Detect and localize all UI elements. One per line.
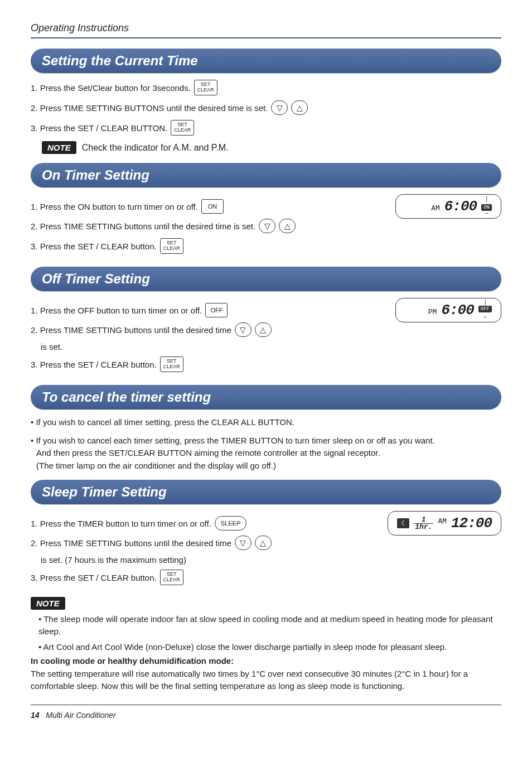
time-up-button[interactable]: △ [291, 100, 308, 115]
ct-step2: 2. Press TIME SETTING BUTTONS until the … [31, 100, 501, 115]
section-current-time: Setting the Current Time [31, 49, 501, 73]
time-down-button[interactable]: ▽ [235, 322, 252, 337]
sleep-step2-text: 2. Press TIME SETTING buttons until the … [31, 538, 231, 548]
sleep-step2: 2. Press TIME SETTING buttons until the … [31, 536, 376, 550]
section-cancel: To cancel the timer setting [31, 385, 501, 409]
note-body: The setting temperature will rise automa… [31, 668, 501, 692]
off-step3: 3. Press the SET / CLEAR button. SET CLE… [31, 356, 384, 372]
ct-note-text: Check the indicator for A.M. and P.M. [82, 143, 229, 153]
display-time: 6:00 [444, 198, 477, 215]
dash-icon: — [483, 315, 487, 320]
cancel-b2-l2: And then press the SET/CLEAR BUTTON aimi… [36, 448, 380, 457]
ct-step3-text: 3. Press the SET / CLEAR BUTTON. [31, 123, 167, 133]
time-up-button[interactable]: △ [279, 219, 296, 233]
note-bullet2: • Art Cool and Art Cool Wide (non-Deluxe… [38, 641, 501, 653]
header-rule [31, 37, 501, 38]
note-badge: NOTE [31, 597, 65, 610]
off-step1: 1. Press the OFF button to turn timer on… [31, 303, 384, 317]
ct-step2-text: 2. Press TIME SETTING BUTTONS until the … [31, 103, 268, 113]
time-down-button[interactable]: ▽ [235, 536, 252, 550]
sleep-step3: 3. Press the SET / CLEAR button. SET CLE… [31, 570, 376, 585]
cancel-b2-l3: (The timer lamp on the air conditioner a… [36, 461, 276, 470]
ct-step3: 3. Press the SET / CLEAR BUTTON. SET CLE… [31, 120, 501, 136]
time-up-button[interactable]: △ [255, 322, 272, 337]
page-header: Operating Instructions [31, 22, 501, 38]
hr-bot: 1hr. [414, 523, 433, 531]
btn-clear-label: CLEAR [163, 577, 180, 583]
section-on-timer: On Timer Setting [31, 163, 501, 187]
sleep-step1-text: 1. Press the TIMER button to turn timer … [31, 519, 211, 528]
hour-fraction: 1 1hr. [414, 517, 433, 530]
page-footer: 14 Multi Air Conditioner [31, 711, 501, 720]
set-clear-button[interactable]: SET CLEAR [160, 570, 183, 585]
on-step2: 2. Press TIME SETTING buttons until the … [31, 219, 384, 233]
sleep-step1: 1. Press the TIMER button to turn timer … [31, 516, 376, 531]
cancel-bullet2: • If you wish to cancel each timer setti… [31, 435, 501, 473]
set-clear-button[interactable]: SET CLEAR [194, 80, 217, 95]
dash-icon: — [485, 211, 489, 216]
off-step1-text: 1. Press the OFF button to turn timer on… [31, 306, 202, 315]
on-step3-text: 3. Press the SET / CLEAR button. [31, 242, 157, 251]
on-step1-text: 1. Press the ON button to turn timer on … [31, 202, 198, 211]
cancel-bullet1: • If you wish to cancel all timer settin… [31, 416, 501, 429]
bottom-note: NOTE • The sleep mode will operate indoo… [31, 597, 501, 692]
off-badge: OFF [478, 306, 492, 312]
set-clear-button[interactable]: SET CLEAR [160, 238, 183, 254]
note-bullet1: • The sleep mode will operate indoor fan… [38, 613, 501, 638]
set-clear-button[interactable]: SET CLEAR [171, 120, 194, 136]
sleep-step3-text: 3. Press the SET / CLEAR button. [31, 573, 157, 582]
header-title: Operating Instructions [31, 22, 501, 34]
footer-rule [31, 705, 501, 705]
off-step3-text: 3. Press the SET / CLEAR button. [31, 360, 157, 369]
btn-clear-label: CLEAR [174, 128, 191, 133]
off-step2: 2. Press TIME SETTING buttons until the … [31, 322, 384, 337]
hr-top: 1 [422, 517, 426, 523]
time-down-button[interactable]: ▽ [259, 219, 275, 233]
display-time: 6:00 [441, 302, 473, 319]
on-button[interactable]: ON [201, 199, 224, 214]
note-badge: NOTE [42, 141, 76, 154]
on-step2-text: 2. Press TIME SETTING buttons until the … [31, 221, 255, 231]
off-button[interactable]: OFF [205, 303, 228, 317]
sleep-step2b: is set. (7 hours is the maximum setting) [41, 555, 376, 565]
section-off-timer: Off Timer Setting [31, 267, 501, 291]
off-timer-display: PM 6:00 │ OFF — [395, 298, 501, 322]
time-up-button[interactable]: △ [255, 536, 272, 550]
display-time: 12:00 [451, 515, 492, 532]
on-step3: 3. Press the SET / CLEAR button. SET CLE… [31, 238, 384, 254]
sleep-button[interactable]: SLEEP [215, 516, 246, 531]
tick-icon: │ [485, 197, 489, 201]
time-down-button[interactable]: ▽ [271, 100, 288, 115]
display-ampm: AM [431, 204, 440, 213]
cancel-b2-l1: • If you wish to cancel each timer setti… [31, 436, 435, 445]
off-step2-text: 2. Press TIME SETTING buttons until the … [31, 325, 231, 335]
btn-clear-label: CLEAR [163, 246, 180, 252]
display-ampm: AM [438, 517, 447, 526]
ct-step1: 1. Press the Set/Clear button for 3secon… [31, 80, 501, 95]
off-step2b: is set. [41, 342, 384, 351]
sleep-timer-display: ☾ 1 1hr. AM 12:00 [388, 511, 501, 536]
ct-note: NOTE Check the indicator for A.M. and P.… [42, 141, 501, 154]
on-step1: 1. Press the ON button to turn timer on … [31, 199, 384, 214]
btn-clear-label: CLEAR [197, 88, 214, 93]
section-sleep: Sleep Timer Setting [31, 480, 501, 504]
tick-icon: │ [483, 301, 487, 305]
note-bold: In cooling mode or healthy dehumidificat… [31, 656, 501, 666]
set-clear-button[interactable]: SET CLEAR [160, 356, 183, 372]
display-ampm: PM [428, 308, 437, 316]
btn-clear-label: CLEAR [163, 364, 180, 370]
moon-icon: ☾ [397, 518, 409, 528]
ct-step1-text: 1. Press the Set/Clear button for 3secon… [31, 83, 191, 93]
page-number: 14 [31, 711, 40, 720]
product-name: Multi Air Conditioner [46, 711, 116, 720]
on-timer-display: AM 6:00 │ ON — [395, 194, 501, 219]
